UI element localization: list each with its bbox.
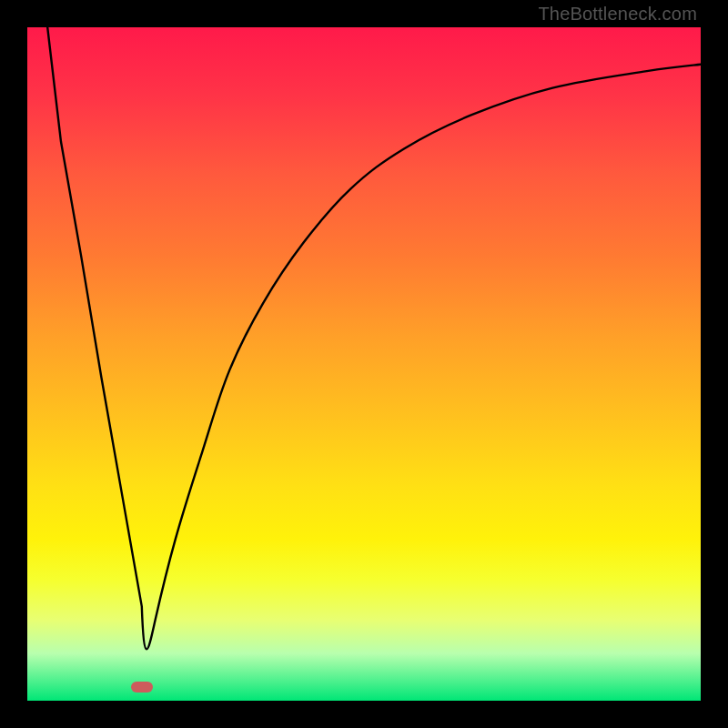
chart-frame: TheBottleneck.com <box>0 0 728 728</box>
bottleneck-curve <box>27 27 701 701</box>
watermark-text: TheBottleneck.com <box>538 4 697 25</box>
plot-area <box>27 27 701 701</box>
